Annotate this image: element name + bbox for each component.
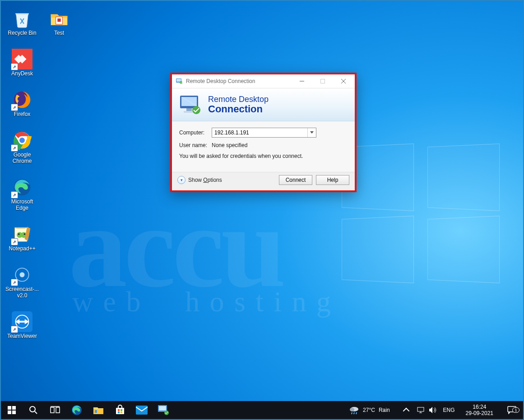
svg-rect-37: [116, 408, 124, 414]
svg-rect-30: [12, 411, 16, 414]
taskbar-app-rdc[interactable]: [153, 401, 174, 419]
svg-rect-1: [57, 18, 60, 22]
weather-widget[interactable]: 27°C Rain: [344, 406, 395, 415]
svg-rect-33: [56, 407, 60, 413]
svg-rect-44: [159, 406, 166, 411]
svg-rect-42: [136, 406, 148, 415]
help-button[interactable]: Help: [316, 175, 349, 185]
close-button[interactable]: [333, 74, 354, 88]
anydesk-icon: ↗: [12, 49, 32, 69]
folder-icon: [49, 8, 70, 29]
computer-input[interactable]: [212, 128, 307, 137]
microsoft-store-icon: [115, 405, 125, 415]
edge-icon: ↗: [12, 177, 32, 198]
tray-clock[interactable]: 16:24 29-09-2021: [461, 404, 498, 417]
task-view-button[interactable]: [44, 401, 66, 419]
label: Notepad++: [9, 246, 35, 252]
taskbar-app-edge[interactable]: [66, 401, 88, 419]
tray-overflow-button[interactable]: [400, 406, 413, 414]
connect-button[interactable]: Connect: [279, 175, 312, 185]
desktop-icon-recycle-bin[interactable]: Recycle Bin: [5, 8, 40, 37]
dialog-title: Remote Desktop Connection: [186, 78, 255, 84]
taskbar-app-mail[interactable]: [131, 401, 153, 419]
svg-rect-36: [95, 410, 97, 413]
action-center-button[interactable]: 1: [502, 406, 521, 414]
label: Firefox: [14, 111, 31, 118]
desktop-icon-notepadpp[interactable]: ↗ Notepad++: [5, 224, 40, 252]
shortcut-arrow-icon: ↗: [11, 144, 18, 152]
desktop-icon-google-chrome[interactable]: ↗ Google Chrome: [5, 130, 40, 165]
windows-logo-watermark: [337, 145, 509, 290]
dialog-titlebar[interactable]: Remote Desktop Connection: [172, 74, 355, 88]
computer-label: Computer:: [179, 129, 212, 136]
svg-point-11: [18, 233, 20, 235]
teamviewer-icon: ↗: [12, 311, 32, 332]
taskbar-app-store[interactable]: [109, 401, 131, 419]
svg-rect-24: [186, 108, 192, 111]
minimize-button[interactable]: [292, 74, 312, 88]
svg-rect-48: [417, 407, 424, 411]
watermark-sub: web hosting: [72, 285, 341, 318]
rdc-banner-icon: [178, 94, 203, 115]
shortcut-arrow-icon: ↗: [11, 191, 18, 198]
tray-monitor-icon[interactable]: [417, 406, 424, 414]
label: Google Chrome: [5, 152, 40, 165]
computer-dropdown-button[interactable]: [307, 128, 316, 137]
chevron-down-icon: [310, 131, 314, 134]
username-value: None specified: [212, 142, 247, 148]
desktop-icon-microsoft-edge[interactable]: ↗ Microsoft Edge: [5, 177, 40, 212]
notification-count: 1: [512, 407, 519, 413]
show-options-label: Show Options: [188, 177, 222, 183]
monitor-icon: [417, 406, 424, 414]
notepadpp-icon: ↗: [12, 224, 32, 245]
taskbar: 27°C Rain ENG 16:24 29-09-2021 1: [1, 401, 523, 419]
taskbar-app-explorer[interactable]: [88, 401, 109, 419]
desktop-icon-teamviewer[interactable]: ↗ TeamViewer: [5, 311, 40, 340]
svg-point-14: [20, 272, 25, 277]
label: Recycle Bin: [8, 30, 36, 37]
banner-line2: Connection: [208, 104, 269, 114]
volume-icon: [429, 406, 437, 414]
system-tray: 27°C Rain ENG 16:24 29-09-2021 1: [339, 401, 523, 419]
dialog-banner: Remote Desktop Connection: [172, 88, 355, 121]
svg-rect-21: [321, 79, 325, 83]
username-label: User name:: [179, 142, 212, 148]
label: Test: [54, 30, 64, 37]
svg-rect-38: [118, 409, 120, 411]
desktop-icon-screencast[interactable]: ↗ Screencast-... v2.0: [5, 264, 40, 299]
screencast-icon: ↗: [12, 264, 32, 285]
label: Screencast-... v2.0: [5, 286, 40, 299]
svg-rect-39: [121, 409, 122, 411]
chrome-icon: ↗: [12, 130, 32, 151]
desktop-icon-test-folder[interactable]: Test: [42, 8, 77, 37]
desktop-icon-anydesk[interactable]: ↗ AnyDesk: [5, 49, 40, 77]
recycle-bin-icon: [12, 8, 32, 29]
computer-combobox[interactable]: [212, 128, 316, 138]
search-button[interactable]: [23, 401, 44, 419]
tray-volume-icon[interactable]: [429, 406, 437, 414]
show-options-toggle[interactable]: ▾ Show Options: [177, 176, 222, 184]
clock-time: 16:24: [466, 404, 493, 410]
credentials-hint: You will be asked for credentials when y…: [179, 153, 348, 159]
desktop-icon-firefox[interactable]: ↗ Firefox: [5, 89, 40, 118]
desktop[interactable]: accu web hosting Recycle Bin Test ↗ AnyD…: [0, 0, 524, 420]
svg-rect-29: [8, 411, 11, 414]
svg-point-26: [192, 106, 200, 114]
chevron-up-icon: [403, 406, 410, 414]
maximize-button: [312, 74, 333, 88]
svg-point-31: [30, 406, 35, 412]
chevron-down-circle-icon: ▾: [177, 176, 185, 184]
rdc-titlebar-icon: [176, 78, 183, 85]
watermark-accu: accu: [69, 179, 283, 314]
svg-point-45: [164, 411, 169, 415]
label: AnyDesk: [11, 71, 33, 77]
svg-rect-41: [121, 411, 122, 413]
shortcut-arrow-icon: ↗: [11, 63, 18, 70]
svg-rect-27: [8, 406, 11, 410]
shortcut-arrow-icon: ↗: [11, 238, 18, 245]
weather-temp: 27°C: [363, 407, 375, 413]
label: Microsoft Edge: [5, 199, 40, 212]
start-button[interactable]: [1, 401, 23, 419]
tray-language[interactable]: ENG: [441, 407, 457, 413]
label: TeamViewer: [7, 333, 37, 340]
